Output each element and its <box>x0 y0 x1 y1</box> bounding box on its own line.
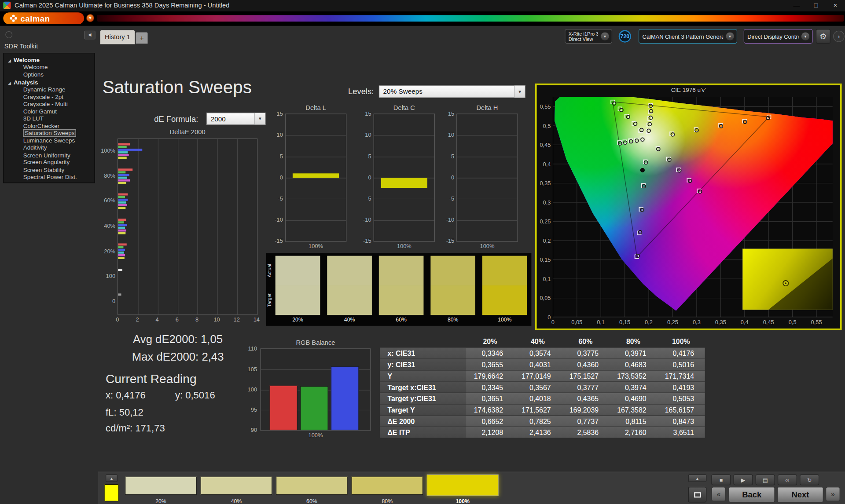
table-cell: 169,2039 <box>562 406 610 414</box>
table-cell: 0,4176 <box>657 349 705 357</box>
levels-label: Levels: <box>348 87 374 96</box>
test-patch-40pct[interactable] <box>201 477 272 495</box>
up-icon: ▲ <box>110 476 113 480</box>
sidebar-item-spectral-power-dist[interactable]: Spectral Power Dist. <box>4 173 95 181</box>
close-button[interactable]: × <box>826 0 845 11</box>
de-formula-select[interactable]: 2000 ▼ <box>206 113 266 125</box>
gridline <box>457 178 517 178</box>
deltae-bar <box>118 174 129 176</box>
tab-history-1[interactable]: History 1 <box>100 30 135 44</box>
levels-select[interactable]: 20% Sweeps ▼ <box>379 85 525 98</box>
play-button[interactable]: ▶ <box>734 475 753 485</box>
chevron-down-icon[interactable]: ▼ <box>725 32 735 41</box>
axis-tick-label: 110 <box>239 345 257 352</box>
table-cell: 0,8473 <box>657 417 705 425</box>
test-patch-80pct[interactable] <box>351 477 423 495</box>
axis-tick-label: 100 <box>92 273 115 279</box>
table-row: Target x:CIE310,33450,35670,37770,39740,… <box>380 381 705 393</box>
sidebar-item-label: Spectral Power Dist. <box>23 173 77 180</box>
table-cell: 0,4018 <box>514 394 562 402</box>
sidebar-item-colorchecker[interactable]: ColorChecker <box>4 123 95 130</box>
tree-expanded-icon[interactable]: ◢ <box>8 58 11 62</box>
table-header-cell: 60% <box>562 337 610 345</box>
pattern-generator-select[interactable]: CalMAN Client 3 Pattern Generator ▼ <box>639 29 737 44</box>
delta-c-title: Delta C <box>374 104 435 111</box>
table-cell: 0,3775 <box>562 349 610 357</box>
gridline <box>286 199 346 199</box>
delta-l-title: Delta L <box>285 104 347 111</box>
add-tab-button[interactable]: + <box>136 32 148 44</box>
chevron-down-icon[interactable]: ▼ <box>600 32 610 41</box>
sidebar-item-saturation-sweeps[interactable]: Saturation Sweeps <box>4 130 95 137</box>
next-button[interactable]: Next <box>777 487 823 503</box>
link-button[interactable]: ∞ <box>778 475 797 485</box>
next-fast-button[interactable]: » <box>826 487 840 501</box>
toolbar-overflow-button[interactable]: › <box>833 31 845 42</box>
sidebar-collapse-button[interactable]: ◀ <box>84 31 96 40</box>
settings-button[interactable]: ⚙ <box>816 29 830 44</box>
sidebar-item-color-gamut[interactable]: Color Gamut <box>4 108 95 116</box>
double-chevron-left-icon: « <box>716 490 720 498</box>
table-row-label: ΔE 2000 <box>380 416 466 426</box>
delta-bar <box>293 173 339 178</box>
test-patch-60pct[interactable] <box>276 477 348 495</box>
stop-button[interactable]: ■ <box>711 475 731 485</box>
sidebar-item-3d-lut[interactable]: 3D LUT <box>4 115 95 123</box>
minimize-button[interactable]: — <box>787 0 806 11</box>
sidebar-item-dynamic-range[interactable]: Dynamic Range <box>4 86 95 94</box>
sidebar-item-screen-uniformity[interactable]: Screen Uniformity <box>4 152 95 159</box>
tree-section-welcome[interactable]: ◢Welcome <box>4 56 95 63</box>
sidebar-item-grayscale-2pt[interactable]: Grayscale - 2pt <box>4 93 95 101</box>
axis-tick-label: 0 <box>92 298 115 304</box>
axis-tick-label: 0 <box>535 314 551 321</box>
axis-tick-label: 0,35 <box>712 319 729 325</box>
sidebar-item-screen-angularity[interactable]: Screen Angularity <box>4 159 95 166</box>
axis-tick-label: 90 <box>239 427 257 433</box>
refresh-button[interactable]: ↻ <box>800 475 819 485</box>
calman-logo[interactable]: calman <box>3 12 84 24</box>
chevron-down-icon: ▼ <box>88 16 92 20</box>
sidebar-item-luminance-sweeps[interactable]: Luminance Sweeps <box>4 137 95 145</box>
sidebar-item-options[interactable]: Options <box>4 71 95 78</box>
cie-point-current <box>640 168 644 172</box>
test-patch-100pct[interactable] <box>427 475 499 496</box>
display-control-select[interactable]: Direct Display Control ▼ <box>744 29 813 44</box>
maximize-button[interactable]: □ <box>806 0 826 11</box>
logo-text: calman <box>21 14 50 23</box>
back-button[interactable]: Back <box>729 487 775 503</box>
gridline <box>257 139 257 314</box>
window-icon <box>694 492 701 497</box>
back-fast-button[interactable]: « <box>711 487 726 501</box>
axis-tick-label: -10 <box>354 216 371 223</box>
table-cell: 0,4683 <box>610 361 657 369</box>
rgb-bar-blue <box>331 366 359 430</box>
table-cell: 0,4031 <box>514 361 562 369</box>
axis-tick-label: -15 <box>266 237 283 244</box>
deltae-bar <box>118 257 125 259</box>
tree-section-analysis[interactable]: ◢Analysis <box>4 79 95 86</box>
window-pattern-button[interactable] <box>688 487 707 503</box>
controls-up-button[interactable]: ▲ <box>688 475 707 482</box>
axis-tick-label: -5 <box>437 195 454 202</box>
sidebar-item-grayscale-multi[interactable]: Grayscale - Multi <box>4 101 95 108</box>
sidebar-item-label: ColorChecker <box>23 123 59 129</box>
axis-tick-label: 0,15 <box>616 319 633 325</box>
tree-expanded-icon[interactable]: ◢ <box>8 81 11 85</box>
sidebar-item-screen-stability[interactable]: Screen Stability <box>4 166 95 174</box>
test-patch-20pct[interactable] <box>125 477 197 495</box>
sidebar-item-additivity[interactable]: Additivity <box>4 144 95 152</box>
sidebar-item-label: Luminance Sweeps <box>23 137 75 144</box>
patch-label: 60% <box>276 498 348 504</box>
meter-select[interactable]: X-Rite i1Pro 3 Direct View ▼ <box>565 29 612 44</box>
workflow-title: SDR Toolkit <box>4 43 38 50</box>
sidebar-item-welcome[interactable]: Welcome <box>4 63 95 71</box>
deltae-bar <box>118 246 123 248</box>
table-row: ΔE 20000,66520,78250,77370,81150,8473 <box>380 415 705 427</box>
chevron-down-icon[interactable]: ▼ <box>801 32 810 41</box>
current-reading-title: Current Reading <box>106 372 197 386</box>
save-button[interactable]: ▤ <box>756 475 775 485</box>
rgb-bar-green <box>300 387 328 431</box>
target-swatch-40pct <box>327 285 372 315</box>
patch-up-button[interactable]: ▲ <box>106 475 118 482</box>
logo-menu-button[interactable]: ▼ <box>86 14 94 22</box>
